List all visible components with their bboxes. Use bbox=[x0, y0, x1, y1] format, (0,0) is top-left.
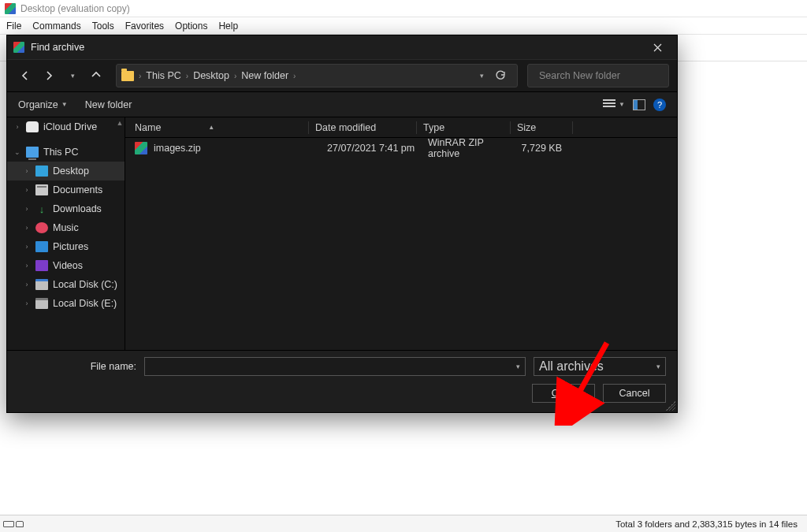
refresh-button[interactable] bbox=[489, 70, 512, 81]
close-button[interactable] bbox=[644, 35, 671, 59]
crumb-desktop[interactable]: Desktop bbox=[193, 70, 229, 81]
videos-icon bbox=[35, 260, 48, 271]
disk-icon bbox=[3, 521, 14, 527]
dialog-titlebar[interactable]: Find archive bbox=[7, 35, 677, 59]
filetype-combo[interactable]: All archives▾ bbox=[534, 357, 666, 376]
col-size[interactable]: Size bbox=[517, 122, 572, 133]
chevron-right-icon: › bbox=[293, 72, 296, 80]
chevron-right-icon: › bbox=[13, 123, 21, 131]
chevron-right-icon: › bbox=[23, 186, 31, 194]
chevron-right-icon: › bbox=[186, 72, 188, 80]
tree-downloads[interactable]: ›↓Downloads bbox=[7, 199, 125, 218]
menu-options[interactable]: Options bbox=[175, 20, 207, 32]
view-icon bbox=[603, 99, 615, 110]
desktop-icon bbox=[35, 166, 48, 177]
menu-file[interactable]: File bbox=[6, 20, 21, 32]
winrar-title: Desktop (evaluation copy) bbox=[20, 3, 130, 14]
chevron-right-icon: › bbox=[23, 262, 31, 270]
filename-label: File name: bbox=[18, 361, 136, 372]
chevron-right-icon: › bbox=[139, 72, 141, 80]
tree-pictures[interactable]: ›Pictures bbox=[7, 237, 125, 256]
search-input[interactable] bbox=[539, 70, 663, 81]
tree-music[interactable]: ›Music bbox=[7, 218, 125, 237]
file-row[interactable]: images.zip 27/07/2021 7:41 pm WinRAR ZIP… bbox=[125, 138, 677, 158]
search-box[interactable] bbox=[527, 64, 669, 87]
col-name[interactable]: Name▲ bbox=[135, 122, 308, 133]
chevron-right-icon: › bbox=[23, 299, 31, 307]
folder-tree: ▲ ›iCloud Drive ⌄This PC ›Desktop ›Docum… bbox=[7, 117, 125, 350]
crumb-new-folder[interactable]: New folder bbox=[241, 70, 288, 81]
menu-help[interactable]: Help bbox=[218, 20, 238, 32]
tree-videos[interactable]: ›Videos bbox=[7, 256, 125, 275]
chevron-down-icon: ▾ bbox=[516, 363, 520, 370]
arrow-right-icon bbox=[43, 70, 54, 81]
up-button[interactable] bbox=[86, 65, 106, 86]
sort-asc-icon: ▲ bbox=[208, 124, 214, 131]
menu-commands[interactable]: Commands bbox=[32, 20, 80, 32]
chevron-down-icon: ▼ bbox=[61, 101, 68, 108]
cloud-icon bbox=[26, 121, 39, 132]
dialog-toolbar: Organize ▼ New folder ▼ ? bbox=[7, 92, 677, 117]
winrar-status-text: Total 3 folders and 2,383,315 bytes in 1… bbox=[615, 519, 807, 529]
help-button[interactable]: ? bbox=[653, 99, 666, 111]
dialog-footer: File name: ▾ All archives▾ Open Cancel bbox=[7, 350, 677, 412]
tree-disk-c[interactable]: ›Local Disk (C:) bbox=[7, 275, 125, 294]
open-label: pen bbox=[559, 388, 575, 399]
back-button[interactable] bbox=[15, 65, 35, 86]
recent-button[interactable]: ▾ bbox=[62, 65, 83, 86]
chevron-down-icon: ▾ bbox=[71, 72, 75, 80]
tree-disk-e[interactable]: ›Local Disk (E:) bbox=[7, 294, 125, 313]
cancel-button[interactable]: Cancel bbox=[603, 384, 666, 403]
downloads-icon: ↓ bbox=[35, 203, 48, 214]
dialog-navbar: ▾ › This PC › Desktop › New folder › ▾ bbox=[7, 59, 677, 92]
arrow-left-icon bbox=[20, 70, 31, 81]
menu-favorites[interactable]: Favorites bbox=[125, 20, 164, 32]
chevron-right-icon: › bbox=[23, 167, 31, 175]
winrar-logo-icon bbox=[13, 42, 24, 53]
chevron-down-icon: ⌄ bbox=[13, 148, 21, 156]
chevron-right-icon: › bbox=[23, 205, 31, 213]
folder-icon bbox=[121, 71, 134, 81]
new-folder-button[interactable]: New folder bbox=[85, 99, 132, 110]
file-list: Name▲ Date modified Type Size images.zip… bbox=[125, 117, 677, 350]
scroll-up-icon[interactable]: ▲ bbox=[115, 117, 125, 128]
close-icon bbox=[653, 43, 662, 52]
zip-icon bbox=[135, 142, 147, 154]
forward-button[interactable] bbox=[39, 65, 59, 86]
chevron-right-icon: › bbox=[23, 243, 31, 251]
disk-icon bbox=[35, 279, 48, 290]
tree-desktop[interactable]: ›Desktop bbox=[7, 162, 125, 180]
resize-grip[interactable] bbox=[666, 401, 675, 411]
chevron-down-icon[interactable]: ▾ bbox=[480, 72, 484, 80]
tree-documents[interactable]: ›Documents bbox=[7, 180, 125, 199]
winrar-logo-icon bbox=[5, 3, 16, 14]
column-headers: Name▲ Date modified Type Size bbox=[125, 117, 677, 138]
chevron-down-icon: ▾ bbox=[656, 363, 660, 370]
filename-input[interactable]: ▾ bbox=[144, 357, 526, 376]
crumb-this-pc[interactable]: This PC bbox=[146, 70, 180, 81]
chevron-right-icon: › bbox=[23, 281, 31, 288]
find-archive-dialog: Find archive ▾ › This PC › Desktop › New… bbox=[6, 35, 678, 413]
dialog-title: Find archive bbox=[31, 42, 84, 53]
winrar-menubar: File Commands Tools Favorites Options He… bbox=[0, 17, 807, 35]
tree-this-pc[interactable]: ⌄This PC bbox=[7, 143, 125, 162]
address-bar[interactable]: › This PC › Desktop › New folder › ▾ bbox=[116, 64, 518, 87]
chevron-right-icon: › bbox=[234, 72, 236, 80]
lock-icon bbox=[16, 521, 24, 527]
pc-icon bbox=[26, 147, 39, 158]
preview-pane-button[interactable] bbox=[633, 99, 645, 110]
music-icon bbox=[35, 222, 48, 233]
organize-button[interactable]: Organize ▼ bbox=[18, 99, 68, 110]
tree-icloud[interactable]: ›iCloud Drive bbox=[7, 117, 125, 136]
documents-icon bbox=[35, 184, 48, 195]
dialog-body: ▲ ›iCloud Drive ⌄This PC ›Desktop ›Docum… bbox=[7, 117, 677, 350]
menu-tools[interactable]: Tools bbox=[92, 20, 114, 32]
disk-icon bbox=[35, 298, 48, 309]
view-button[interactable]: ▼ bbox=[603, 99, 625, 110]
col-type[interactable]: Type bbox=[423, 122, 510, 133]
chevron-right-icon: › bbox=[23, 224, 31, 232]
open-button[interactable]: Open bbox=[532, 384, 595, 403]
winrar-statusbar: Total 3 folders and 2,383,315 bytes in 1… bbox=[0, 515, 807, 532]
col-date[interactable]: Date modified bbox=[315, 122, 416, 133]
pictures-icon bbox=[35, 241, 48, 252]
